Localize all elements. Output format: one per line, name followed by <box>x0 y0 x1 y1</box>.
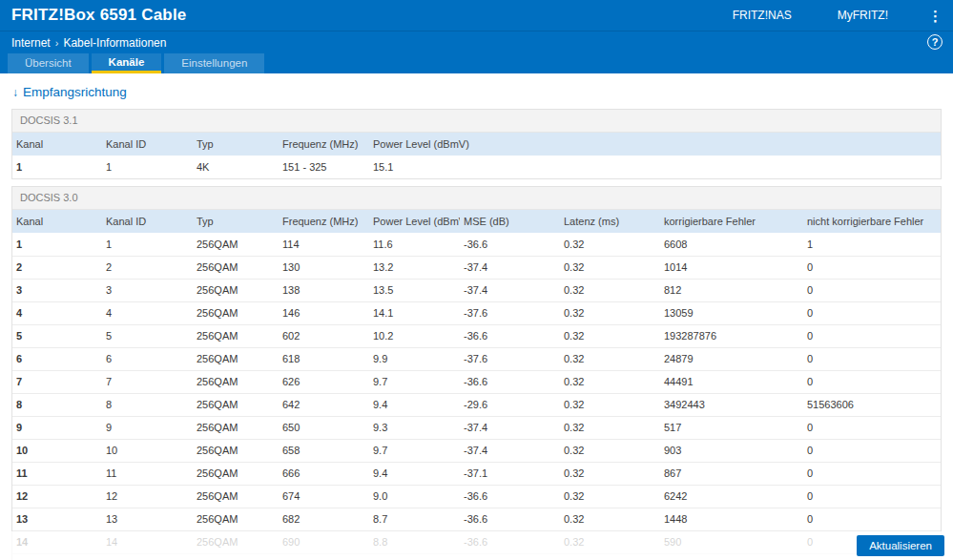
top-header-bar: FRITZ!Box 6591 Cable FRITZ!NAS MyFRITZ! … <box>0 0 953 31</box>
table-cell: 4K <box>193 156 279 178</box>
table-cell: 0.32 <box>560 233 660 256</box>
table-cell: 7 <box>102 370 193 393</box>
table-cell: -37.4 <box>460 439 560 462</box>
table-row: 1212256QAM6749.0-36.60.3262420 <box>12 485 941 508</box>
table-cell: 256QAM <box>193 462 279 485</box>
table-cell: 0 <box>803 370 941 393</box>
table-row: 1010256QAM6589.7-37.40.329030 <box>12 439 941 462</box>
column-header: Latenz (ms) <box>560 210 660 233</box>
table-cell: 812 <box>660 279 803 301</box>
table-cell: 1 <box>102 156 193 178</box>
table-cell: 0.32 <box>560 416 660 439</box>
table-cell: 11 <box>12 462 102 485</box>
table-cell: 618 <box>279 347 369 370</box>
table-cell: 256QAM <box>193 279 279 301</box>
table-cell: 9.4 <box>369 393 460 416</box>
docsis31-table-container: DOCSIS 3.1 KanalKanal IDTypFrequenz (MHz… <box>11 109 942 179</box>
table-row: 77256QAM6269.7-36.60.32444910 <box>12 370 941 393</box>
docsis30-table-container: DOCSIS 3.0 KanalKanal IDTypFrequenz (MHz… <box>11 186 942 560</box>
column-header: Power Level (dBmV) <box>369 210 460 233</box>
column-header: Frequenz (MHz) <box>279 133 369 156</box>
docsis30-header-row: KanalKanal IDTypFrequenz (MHz)Power Leve… <box>12 210 941 233</box>
table-cell: -36.6 <box>460 508 560 530</box>
table-cell: 5 <box>102 324 193 347</box>
table-cell: 6608 <box>660 233 803 256</box>
table-row: 1313256QAM6828.7-36.60.3214480 <box>12 508 941 530</box>
table-cell: 8 <box>102 393 193 416</box>
docsis31-table: KanalKanal IDTypFrequenz (MHz)Power Leve… <box>12 133 941 178</box>
table-cell: 682 <box>279 508 369 530</box>
docsis30-table: KanalKanal IDTypFrequenz (MHz)Power Leve… <box>12 210 941 560</box>
table-cell: 114 <box>279 233 369 256</box>
docsis30-section-title: DOCSIS 3.0 <box>12 187 941 210</box>
table-cell: 9.4 <box>369 462 460 485</box>
table-cell: -36.6 <box>460 370 560 393</box>
table-cell: 867 <box>660 462 803 485</box>
table-cell: -36.6 <box>460 324 560 347</box>
table-cell: 10.2 <box>369 324 460 347</box>
table-cell: 130 <box>279 256 369 279</box>
fritznas-link[interactable]: FRITZ!NAS <box>733 9 792 22</box>
table-cell: 3 <box>102 279 193 301</box>
breadcrumb-separator-icon: › <box>55 37 59 49</box>
table-cell: 256QAM <box>193 324 279 347</box>
table-cell: 1 <box>12 233 102 256</box>
table-cell: 666 <box>279 462 369 485</box>
table-cell: -36.6 <box>460 485 560 508</box>
table-cell: 8 <box>12 393 102 416</box>
table-cell: 14.1 <box>369 301 460 324</box>
table-row: 11256QAM11411.6-36.60.3266081 <box>12 233 941 256</box>
column-header: Kanal <box>12 133 102 156</box>
table-cell: 9.0 <box>369 485 460 508</box>
main-content: ↓Empfangsrichtung DOCSIS 3.1 KanalKanal … <box>0 73 953 560</box>
myfritz-link[interactable]: MyFRITZ! <box>838 9 888 22</box>
bottom-action-bar: Aktualisieren <box>0 531 953 560</box>
table-cell: 12 <box>102 485 193 508</box>
table-row: 66256QAM6189.9-37.60.32248790 <box>12 347 941 370</box>
refresh-button[interactable]: Aktualisieren <box>857 535 944 556</box>
table-cell: 0 <box>803 462 941 485</box>
table-cell: 674 <box>279 485 369 508</box>
table-cell: 4 <box>12 301 102 324</box>
table-cell: 6242 <box>660 485 803 508</box>
downstream-section-title: Empfangsrichtung <box>23 85 127 99</box>
table-cell: 11 <box>102 462 193 485</box>
table-cell: 24879 <box>660 347 803 370</box>
table-cell: 256QAM <box>193 416 279 439</box>
table-cell: -37.6 <box>460 347 560 370</box>
breadcrumb-internet[interactable]: Internet <box>11 36 51 50</box>
table-row: 1111256QAM6669.4-37.10.328670 <box>12 462 941 485</box>
column-header: nicht korrigierbare Fehler <box>803 210 941 233</box>
help-icon[interactable]: ? <box>927 34 943 50</box>
table-cell: 3492443 <box>660 393 803 416</box>
table-cell: 256QAM <box>193 439 279 462</box>
table-cell: 256QAM <box>193 485 279 508</box>
breadcrumb: Internet › Kabel-Informationen ? <box>0 31 953 53</box>
column-header: Kanal <box>12 210 102 233</box>
table-cell: 650 <box>279 416 369 439</box>
table-cell: 5 <box>12 324 102 347</box>
table-cell: 9 <box>12 416 102 439</box>
table-cell: 151 - 325 <box>279 156 369 178</box>
tab-uebersicht[interactable]: Übersicht <box>8 53 89 73</box>
docsis31-section-title: DOCSIS 3.1 <box>12 110 941 133</box>
table-cell: 0 <box>803 439 941 462</box>
table-cell: 256QAM <box>193 233 279 256</box>
table-cell: 1 <box>803 233 941 256</box>
table-cell: 2 <box>102 256 193 279</box>
column-header: Typ <box>193 133 279 156</box>
tab-einstellungen[interactable]: Einstellungen <box>164 53 264 73</box>
table-cell: -37.4 <box>460 416 560 439</box>
table-cell: 1 <box>12 156 102 178</box>
tab-kanaele[interactable]: Kanäle <box>92 53 162 73</box>
app-title: FRITZ!Box 6591 Cable <box>11 6 187 25</box>
table-cell: 0.32 <box>560 370 660 393</box>
table-row: 55256QAM60210.2-36.60.321932878760 <box>12 324 941 347</box>
table-cell: 0.32 <box>560 301 660 324</box>
table-cell: 0.32 <box>560 508 660 530</box>
tab-bar: Übersicht Kanäle Einstellungen <box>0 53 953 73</box>
table-cell: 1014 <box>660 256 803 279</box>
table-cell: 11.6 <box>369 233 460 256</box>
kebab-menu-icon[interactable]: ⋮ <box>928 9 942 23</box>
table-cell: 0.32 <box>560 324 660 347</box>
